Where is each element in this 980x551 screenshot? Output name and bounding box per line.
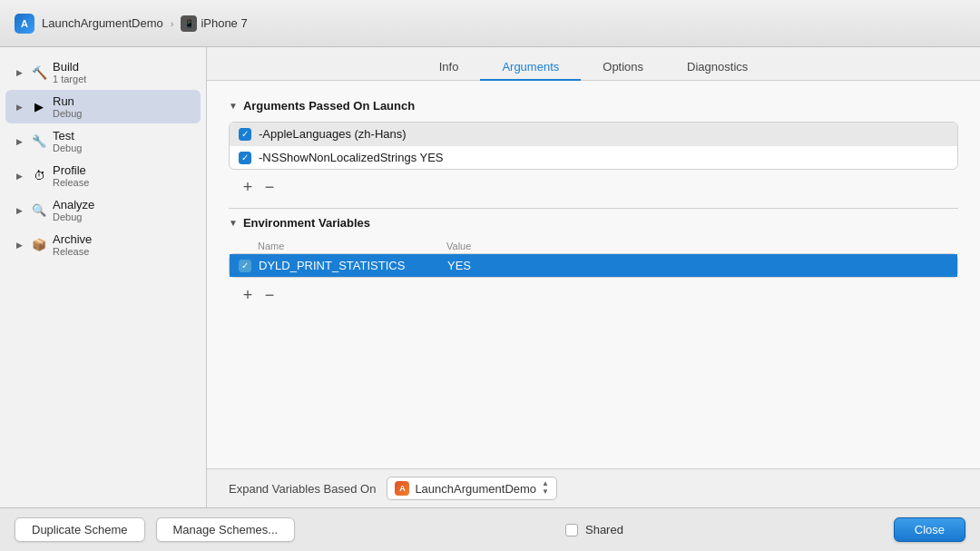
arguments-list: ✓ -AppleLanguages (zh-Hans) ✓ -NSShowNon…: [229, 122, 958, 170]
stepper-arrows-icon: ▲ ▼: [542, 480, 549, 497]
sidebar: ▶ 🔨 Build 1 target ▶ ▶ Run Debug ▶ 🔧 Tes…: [0, 47, 207, 507]
sidebar-item-build[interactable]: ▶ 🔨 Build 1 target: [5, 55, 201, 89]
device-selector[interactable]: 📱 iPhone 7: [181, 15, 247, 32]
arguments-action-row: + −: [229, 173, 958, 201]
env-list: ✓ DYLD_PRINT_STATISTICS YES: [229, 253, 958, 278]
env-row-1[interactable]: ✓ DYLD_PRINT_STATISTICS YES: [230, 254, 957, 277]
env-add-button[interactable]: +: [238, 285, 258, 305]
tab-info[interactable]: Info: [417, 54, 481, 81]
duplicate-scheme-button[interactable]: Duplicate Scheme: [15, 517, 145, 542]
project-name: LaunchArgumentDemo: [42, 16, 163, 30]
env-collapse-icon[interactable]: ▼: [229, 218, 238, 228]
sidebar-item-analyze[interactable]: ▶ 🔍 Analyze Debug: [5, 193, 201, 227]
sidebar-item-build-sub: 1 target: [53, 74, 86, 84]
test-icon: 🔧: [31, 133, 47, 150]
sidebar-item-archive-sub: Release: [53, 246, 92, 257]
sidebar-item-run[interactable]: ▶ ▶ Run Debug: [5, 90, 201, 123]
tab-arguments[interactable]: Arguments: [480, 54, 581, 81]
close-button[interactable]: Close: [894, 517, 965, 542]
env-name-header: Name: [258, 241, 439, 251]
sidebar-item-analyze-sub: Debug: [53, 212, 94, 222]
profile-icon: ⏱: [31, 168, 47, 184]
argument-row-2[interactable]: ✓ -NSShowNonLocalizedStrings YES: [230, 146, 957, 169]
tab-options[interactable]: Options: [581, 54, 665, 81]
expand-variables-row: Expand Variables Based On A LaunchArgume…: [207, 468, 980, 507]
argument-checkbox-1[interactable]: ✓: [239, 128, 251, 141]
archive-icon: 📦: [31, 237, 47, 253]
sidebar-item-archive[interactable]: ▶ 📦 Archive Release: [5, 228, 201, 261]
sidebar-item-analyze-label: Analyze: [53, 198, 94, 212]
sidebar-item-profile-sub: Release: [53, 177, 89, 188]
titlebar: A LaunchArgumentDemo › 📱 iPhone 7: [0, 0, 980, 47]
sidebar-item-profile[interactable]: ▶ ⏱ Profile Release: [5, 159, 201, 192]
shared-checkbox[interactable]: [565, 524, 578, 536]
arrow-icon: ▶: [16, 241, 25, 250]
sidebar-item-test-sub: Debug: [53, 143, 82, 153]
env-checkbox-1[interactable]: ✓: [239, 260, 251, 272]
sidebar-item-run-label: Run: [53, 94, 82, 108]
env-column-headers: Name Value: [229, 239, 958, 253]
sidebar-item-run-sub: Debug: [53, 108, 82, 119]
env-action-row: + −: [229, 281, 958, 309]
run-icon: ▶: [31, 99, 47, 115]
argument-text-1: -AppleLanguages (zh-Hans): [259, 127, 407, 141]
arrow-icon: ▶: [16, 172, 25, 181]
env-remove-button[interactable]: −: [260, 285, 279, 305]
expand-variables-label: Expand Variables Based On: [229, 482, 376, 496]
tab-diagnostics[interactable]: Diagnostics: [665, 54, 769, 81]
argument-text-2: -NSShowNonLocalizedStrings YES: [259, 151, 444, 164]
sidebar-item-test-label: Test: [53, 129, 82, 143]
env-section-title: Environment Variables: [243, 216, 370, 230]
sidebar-item-archive-label: Archive: [53, 232, 92, 246]
sidebar-item-profile-label: Profile: [53, 163, 89, 177]
tabs-bar: Info Arguments Options Diagnostics: [207, 47, 980, 81]
app-icon: A: [395, 481, 409, 496]
arrow-icon: ▶: [16, 137, 25, 146]
env-name-1: DYLD_PRINT_STATISTICS: [259, 259, 440, 272]
env-value-header: Value: [446, 241, 949, 251]
analyze-icon: 🔍: [31, 202, 47, 219]
arguments-section-header: ▼ Arguments Passed On Launch: [229, 99, 958, 113]
argument-checkbox-2[interactable]: ✓: [239, 152, 251, 164]
main-container: ▶ 🔨 Build 1 target ▶ ▶ Run Debug ▶ 🔧 Tes…: [0, 47, 980, 507]
shared-label: Shared: [585, 523, 623, 536]
arrow-icon: ▶: [16, 68, 25, 77]
env-section-header: ▼ Environment Variables: [229, 216, 958, 230]
arrow-icon: ▶: [16, 206, 25, 215]
breadcrumb-chevron-icon: ›: [171, 18, 174, 29]
argument-row-1[interactable]: ✓ -AppleLanguages (zh-Hans): [230, 123, 957, 146]
bottom-bar: Duplicate Scheme Manage Schemes... Share…: [0, 507, 980, 551]
sidebar-item-test[interactable]: ▶ 🔧 Test Debug: [5, 124, 201, 158]
manage-schemes-button[interactable]: Manage Schemes...: [156, 517, 296, 542]
arrow-icon: ▶: [16, 103, 25, 112]
shared-area: Shared: [565, 523, 623, 536]
hammer-icon: 🔨: [31, 64, 47, 81]
sidebar-item-build-label: Build: [53, 60, 86, 74]
arguments-remove-button[interactable]: −: [260, 177, 279, 197]
expand-variables-value: LaunchArgumentDemo: [415, 482, 536, 496]
env-value-1: YES: [447, 259, 948, 272]
section-divider: [229, 208, 958, 209]
iphone-icon: 📱: [181, 15, 197, 32]
expand-variables-selector[interactable]: A LaunchArgumentDemo ▲ ▼: [387, 477, 557, 500]
arguments-add-button[interactable]: +: [238, 177, 258, 197]
content-area: Info Arguments Options Diagnostics ▼ Arg…: [207, 47, 980, 507]
arguments-collapse-icon[interactable]: ▼: [229, 101, 238, 111]
device-name: iPhone 7: [201, 16, 247, 30]
content-panel: ▼ Arguments Passed On Launch ✓ -AppleLan…: [207, 81, 980, 468]
xcode-logo-icon: A: [15, 14, 34, 34]
arguments-section-title: Arguments Passed On Launch: [243, 99, 415, 113]
